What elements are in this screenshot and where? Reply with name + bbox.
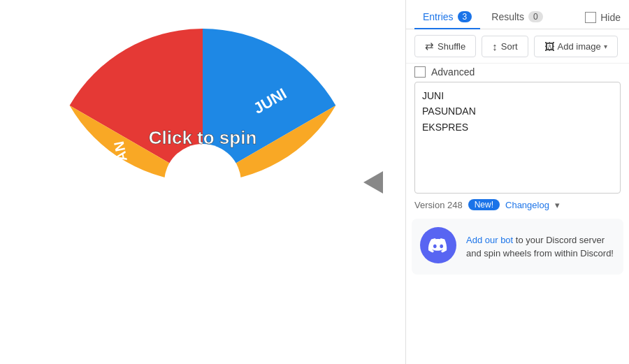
wheel-pointer xyxy=(363,171,383,194)
sort-label: Sort xyxy=(501,41,518,52)
new-badge: New! xyxy=(468,199,500,210)
add-image-label: Add image xyxy=(558,41,601,52)
svg-text:or press ctrl+enter: or press ctrl+enter xyxy=(124,249,229,328)
add-image-button[interactable]: 🖼 Add image ▾ xyxy=(534,36,618,57)
changelog-chevron-icon[interactable]: ▾ xyxy=(555,200,560,210)
shuffle-button[interactable]: ⇄ Shuffle xyxy=(414,35,476,57)
tab-results[interactable]: Results 0 xyxy=(483,6,551,29)
hide-label: Hide xyxy=(600,12,621,23)
results-count-badge: 0 xyxy=(528,11,543,22)
advanced-label: Advanced xyxy=(431,66,475,78)
hide-checkbox[interactable] xyxy=(585,12,596,23)
shuffle-icon: ⇄ xyxy=(425,40,434,52)
version-label: Version 248 xyxy=(414,200,463,210)
discord-icon xyxy=(420,227,456,266)
discord-description: Add our bot to your Discord server and s… xyxy=(466,233,615,261)
svg-point-0 xyxy=(164,144,241,221)
entries-textarea[interactable]: JUNI PASUNDAN EKSPRES xyxy=(414,82,621,194)
results-tab-label: Results xyxy=(491,11,524,22)
spin-wheel[interactable]: JUNI PASUNDAN EKSPRES Click to spin or p… xyxy=(35,15,370,350)
image-icon: 🖼 xyxy=(544,41,555,52)
chevron-down-icon: ▾ xyxy=(604,43,607,50)
sort-button[interactable]: ↕ Sort xyxy=(482,36,528,57)
wheel-container[interactable]: JUNI PASUNDAN EKSPRES Click to spin or p… xyxy=(35,15,370,350)
discord-bot-link[interactable]: Add our bot xyxy=(466,235,513,245)
entries-tab-label: Entries xyxy=(423,11,454,22)
wheel-panel: JUNI PASUNDAN EKSPRES Click to spin or p… xyxy=(0,0,405,364)
entries-count-badge: 3 xyxy=(458,11,472,22)
tab-entries[interactable]: Entries 3 xyxy=(414,6,480,29)
discord-section: Add our bot to your Discord server and s… xyxy=(412,219,623,275)
right-panel: Entries 3 Results 0 Hide ⇄ Shuffle ↕ Sor… xyxy=(405,0,629,364)
changelog-link[interactable]: Changelog xyxy=(505,200,549,210)
shuffle-label: Shuffle xyxy=(438,41,465,52)
svg-text:EKSPRES: EKSPRES xyxy=(221,233,252,301)
advanced-row: Advanced xyxy=(406,64,629,82)
advanced-checkbox[interactable] xyxy=(414,66,426,78)
hide-section[interactable]: Hide xyxy=(585,12,621,23)
svg-text:Click to spin: Click to spin xyxy=(149,127,257,148)
tabs-bar: Entries 3 Results 0 Hide xyxy=(406,0,629,29)
toolbar: ⇄ Shuffle ↕ Sort 🖼 Add image ▾ xyxy=(406,29,629,64)
version-row: Version 248 New! Changelog ▾ xyxy=(406,194,629,216)
sort-icon: ↕ xyxy=(492,41,498,52)
